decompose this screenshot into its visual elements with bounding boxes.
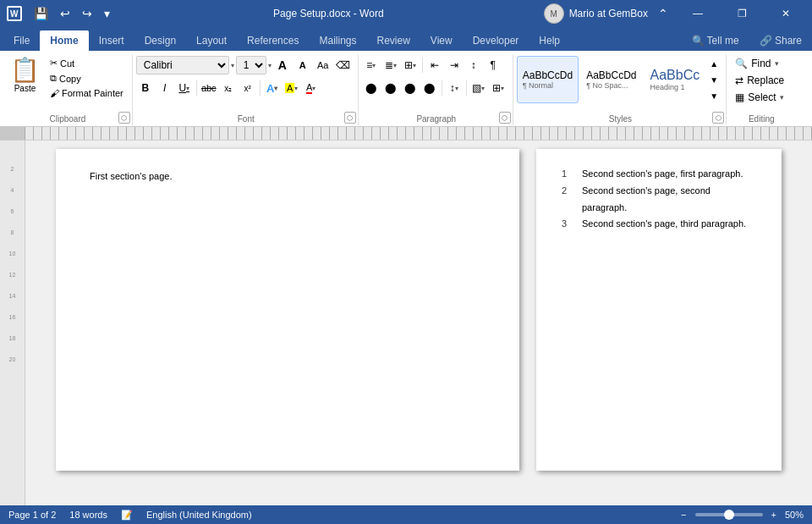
- bullets-dropdown-icon[interactable]: ▾: [372, 62, 376, 69]
- language-label[interactable]: English (United Kingdom): [146, 510, 252, 520]
- font-size-select[interactable]: 11: [236, 56, 266, 74]
- tab-references[interactable]: References: [237, 30, 309, 51]
- numbering-button[interactable]: ≣ ▾: [381, 56, 400, 74]
- copy-button[interactable]: ⧉ Copy: [47, 71, 127, 85]
- clipboard-actions: ✂ Cut ⧉ Copy 🖌 Format Painter: [47, 56, 127, 100]
- line-spacing-button[interactable]: ↕ ▾: [445, 79, 464, 97]
- format-painter-icon: 🖌: [50, 88, 59, 98]
- style-normal[interactable]: AaBbCcDd ¶ Normal: [517, 56, 579, 103]
- justify-button[interactable]: ⬤: [420, 79, 439, 97]
- style-heading1[interactable]: AaBbCc Heading 1: [645, 56, 706, 103]
- styles-more-button[interactable]: ▼: [707, 88, 721, 103]
- font-size-dropdown-icon[interactable]: ▾: [268, 62, 272, 69]
- strikethrough-button[interactable]: abc: [200, 79, 218, 97]
- align-left-button[interactable]: ⬤: [362, 79, 381, 97]
- cut-button[interactable]: ✂ Cut: [47, 56, 127, 70]
- text-effects-button[interactable]: A ▾: [263, 79, 282, 97]
- styles-scroll-up-button[interactable]: ▲: [707, 56, 721, 71]
- tab-view[interactable]: View: [420, 30, 463, 51]
- zoom-slider[interactable]: [695, 513, 763, 516]
- find-dropdown-icon[interactable]: ▾: [775, 59, 779, 68]
- underline-button[interactable]: U ▾: [175, 79, 194, 97]
- tab-file[interactable]: File: [3, 30, 40, 51]
- font-color-button[interactable]: A ▾: [302, 79, 321, 97]
- grow-font-button[interactable]: A: [273, 56, 292, 74]
- redo-button[interactable]: ↪: [79, 5, 96, 22]
- page-info: Page 1 of 2: [8, 510, 56, 520]
- font-name-dropdown-icon[interactable]: ▾: [231, 62, 234, 69]
- center-button[interactable]: ⬤: [381, 79, 400, 97]
- tab-tell-me[interactable]: 🔍 Tell me: [682, 30, 749, 51]
- font-color-dropdown-icon[interactable]: ▾: [312, 85, 315, 92]
- multilevel-dropdown-icon[interactable]: ▾: [413, 62, 416, 69]
- tab-layout[interactable]: Layout: [186, 30, 237, 51]
- tab-mailings[interactable]: Mailings: [309, 30, 366, 51]
- tab-help[interactable]: Help: [529, 30, 570, 51]
- highlight-dropdown-icon[interactable]: ▾: [294, 85, 298, 92]
- styles-expand-button[interactable]: ⬡: [712, 112, 724, 124]
- clipboard-expand-button[interactable]: ⬡: [118, 112, 130, 124]
- word-app-icon[interactable]: W: [7, 6, 22, 21]
- proofing-icon[interactable]: 📝: [121, 510, 133, 521]
- bullets-button[interactable]: ≡ ▾: [362, 56, 381, 74]
- para-line-1: 1 Second section's page, first paragraph…: [562, 166, 756, 183]
- tab-home[interactable]: Home: [40, 30, 88, 51]
- borders-button[interactable]: ⊞ ▾: [489, 79, 508, 97]
- effects-dropdown-icon[interactable]: ▾: [274, 85, 277, 92]
- customize-qa-button[interactable]: ▾: [101, 5, 113, 22]
- paragraph-group: ≡ ▾ ≣ ▾ ⊞ ▾ ⇤ ⇥ ↕ ¶ ⬤: [360, 54, 513, 125]
- user-info[interactable]: M Mario at GemBox: [544, 3, 648, 24]
- show-hide-button[interactable]: ¶: [484, 56, 502, 74]
- tab-developer[interactable]: Developer: [463, 30, 529, 51]
- italic-button[interactable]: I: [156, 79, 174, 97]
- styles-scroll-down-button[interactable]: ▼: [707, 72, 721, 87]
- restore-button[interactable]: ❐: [722, 0, 761, 27]
- status-bar-right: − + 50%: [681, 510, 804, 520]
- find-icon: 🔍: [735, 58, 748, 69]
- share-button[interactable]: 🔗 Share: [749, 30, 812, 51]
- paragraph-expand-button[interactable]: ⬡: [499, 112, 511, 124]
- superscript-button[interactable]: x²: [239, 79, 257, 97]
- zoom-minus-button[interactable]: −: [681, 510, 686, 520]
- tab-design[interactable]: Design: [134, 30, 186, 51]
- tab-review[interactable]: Review: [366, 30, 420, 51]
- undo-button[interactable]: ↩: [57, 5, 74, 22]
- quick-access-toolbar: 💾 ↩ ↪ ▾: [30, 5, 113, 22]
- font-expand-button[interactable]: ⬡: [344, 112, 356, 124]
- para-text-2: Second section's page, second paragraph.: [582, 183, 756, 217]
- underline-dropdown-icon[interactable]: ▾: [186, 85, 189, 92]
- title-bar-right: M Mario at GemBox ⌃ — ❐ ✕: [544, 0, 805, 27]
- find-button[interactable]: 🔍 Find ▾: [730, 56, 783, 71]
- clear-formatting-button[interactable]: ⌫: [334, 56, 353, 74]
- align-right-button[interactable]: ⬤: [401, 79, 420, 97]
- sort-button[interactable]: ↕: [464, 56, 483, 74]
- shading-dropdown-icon[interactable]: ▾: [481, 85, 485, 92]
- case-button[interactable]: Aa: [314, 56, 332, 74]
- minimize-button[interactable]: —: [678, 0, 717, 27]
- save-button[interactable]: 💾: [30, 5, 52, 22]
- shading-button[interactable]: ▧ ▾: [469, 79, 488, 97]
- select-button[interactable]: ▦ Select ▾: [730, 90, 788, 105]
- ribbon-toggle-button[interactable]: ⌃: [653, 5, 673, 22]
- decrease-indent-button[interactable]: ⇤: [425, 56, 444, 74]
- numbering-dropdown-icon[interactable]: ▾: [393, 62, 397, 69]
- increase-indent-button[interactable]: ⇥: [445, 56, 464, 74]
- shrink-font-button[interactable]: A: [294, 56, 312, 74]
- zoom-thumb[interactable]: [724, 510, 734, 520]
- style-nospace[interactable]: AaBbCcDd ¶ No Spac...: [580, 56, 642, 103]
- tab-insert[interactable]: Insert: [89, 30, 134, 51]
- replace-button[interactable]: ⇄ Replace: [730, 73, 789, 88]
- line-spacing-dropdown-icon[interactable]: ▾: [455, 85, 458, 92]
- bold-button[interactable]: B: [136, 79, 155, 97]
- font-name-select[interactable]: Calibri: [136, 56, 229, 74]
- select-dropdown-icon[interactable]: ▾: [780, 93, 784, 102]
- subscript-button[interactable]: x₂: [219, 79, 238, 97]
- format-painter-button[interactable]: 🖌 Format Painter: [47, 86, 127, 100]
- multilevel-list-button[interactable]: ⊞ ▾: [401, 56, 420, 74]
- zoom-plus-button[interactable]: +: [771, 510, 776, 520]
- close-button[interactable]: ✕: [766, 0, 805, 27]
- borders-dropdown-icon[interactable]: ▾: [501, 85, 504, 92]
- paste-icon: 📋: [10, 58, 40, 82]
- highlight-color-button[interactable]: A ▾: [283, 79, 301, 97]
- paste-button[interactable]: 📋 Paste: [5, 56, 45, 96]
